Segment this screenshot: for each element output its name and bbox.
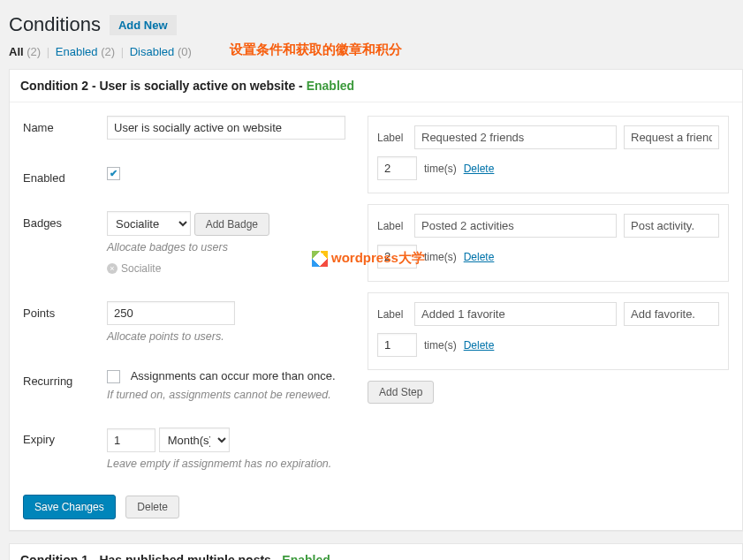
step-label-word: Label bbox=[377, 220, 407, 232]
tab-enabled[interactable]: Enabled bbox=[56, 45, 98, 58]
step-label-input[interactable] bbox=[414, 302, 617, 326]
name-label: Name bbox=[23, 116, 107, 134]
badge-tag: × Socialite bbox=[107, 262, 161, 275]
expiry-number-input[interactable] bbox=[107, 428, 155, 452]
tab-disabled-count: (0) bbox=[178, 45, 192, 58]
recurring-text: Assignments can occur more than once. bbox=[131, 369, 336, 382]
add-new-button[interactable]: Add New bbox=[110, 15, 177, 35]
tab-enabled-count: (2) bbox=[101, 45, 115, 58]
step-action-input[interactable] bbox=[624, 302, 719, 326]
expiry-period-select[interactable]: Month(s) bbox=[159, 428, 230, 452]
times-label: time(s) bbox=[424, 163, 457, 175]
recurring-checkbox[interactable] bbox=[107, 370, 120, 383]
page-title: Conditions bbox=[9, 13, 101, 36]
tab-all-count: (2) bbox=[27, 45, 41, 58]
times-label: time(s) bbox=[424, 339, 457, 352]
step-times-input[interactable] bbox=[377, 333, 417, 357]
step-label-word: Label bbox=[377, 308, 407, 321]
step-delete-link[interactable]: Delete bbox=[464, 339, 495, 352]
step-box-2: Label time(s) Delete bbox=[368, 204, 729, 282]
annotation-text: 设置条件和获取的徽章和积分 bbox=[230, 42, 402, 58]
tab-all[interactable]: All bbox=[9, 45, 24, 58]
expiry-label: Expiry bbox=[23, 428, 107, 446]
delete-button[interactable]: Delete bbox=[125, 496, 179, 518]
condition-1-header[interactable]: Condition 1 - Has published multiple pos… bbox=[10, 544, 742, 560]
step-times-input[interactable] bbox=[377, 245, 417, 269]
step-delete-link[interactable]: Delete bbox=[464, 251, 495, 263]
step-action-input[interactable] bbox=[624, 125, 719, 149]
times-label: time(s) bbox=[424, 251, 457, 263]
status-badge: Enabled bbox=[282, 553, 330, 560]
condition-1-panel: Condition 1 - Has published multiple pos… bbox=[9, 543, 743, 560]
tab-disabled[interactable]: Disabled bbox=[130, 45, 175, 58]
condition-2-header[interactable]: Condition 2 - User is socially active on… bbox=[10, 70, 742, 102]
expiry-help: Leave empty if assignmemt has no expirat… bbox=[107, 458, 350, 470]
badges-label: Badges bbox=[23, 211, 107, 230]
step-label-input[interactable] bbox=[414, 214, 617, 238]
points-label: Points bbox=[23, 301, 107, 320]
step-delete-link[interactable]: Delete bbox=[464, 163, 495, 175]
close-icon[interactable]: × bbox=[107, 263, 118, 274]
status-badge: Enabled bbox=[307, 79, 354, 93]
step-box-3: Label time(s) Delete bbox=[368, 292, 729, 370]
enabled-label: Enabled bbox=[23, 166, 107, 185]
step-action-input[interactable] bbox=[624, 214, 719, 238]
save-button[interactable]: Save Changes bbox=[23, 495, 116, 519]
recurring-label: Recurring bbox=[23, 369, 107, 388]
step-label-word: Label bbox=[377, 132, 407, 144]
condition-2-panel: Condition 2 - User is socially active on… bbox=[9, 69, 743, 531]
step-times-input[interactable] bbox=[377, 156, 417, 180]
recurring-help: If turned on, assignments cannot be rene… bbox=[107, 389, 350, 401]
enabled-checkbox[interactable] bbox=[107, 167, 120, 180]
points-help: Allocate points to users. bbox=[107, 330, 350, 343]
name-input[interactable] bbox=[107, 116, 345, 140]
badges-select[interactable]: Socialite bbox=[107, 211, 191, 236]
add-step-button[interactable]: Add Step bbox=[368, 381, 434, 404]
step-box-1: Label time(s) Delete bbox=[368, 116, 729, 193]
points-input[interactable] bbox=[107, 301, 235, 325]
badges-help: Allocate badges to users bbox=[107, 241, 350, 254]
step-label-input[interactable] bbox=[414, 125, 617, 149]
add-badge-button[interactable]: Add Badge bbox=[194, 213, 269, 236]
